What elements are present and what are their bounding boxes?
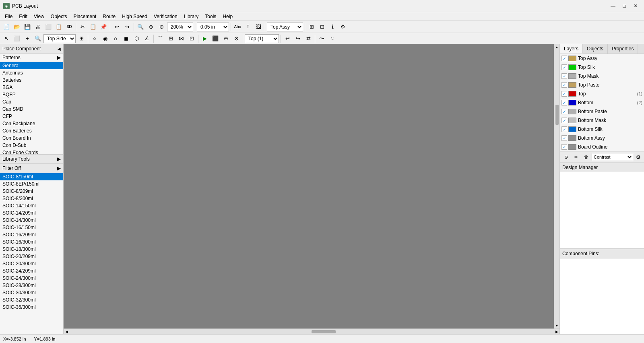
- layer-item-top-paste[interactable]: ✓ Top Paste: [560, 81, 644, 89]
- select-tool[interactable]: ↖: [2, 34, 11, 43]
- menu-route[interactable]: Route: [99, 12, 119, 21]
- layer-item-board-outline[interactable]: ✓ Board Outline: [560, 143, 644, 151]
- print-preview-button[interactable]: ⬜: [43, 22, 53, 32]
- panel-collapse-arrow[interactable]: ◀: [58, 47, 61, 51]
- image-button[interactable]: 🖼: [254, 22, 263, 32]
- layer-item-bottom-paste[interactable]: ✓ Bottom Paste: [560, 107, 644, 116]
- category-item-batteries[interactable]: Batteries: [0, 76, 63, 84]
- category-item-con-batteries[interactable]: Con Batteries: [0, 127, 63, 134]
- zoom-in-button[interactable]: ⊕: [146, 22, 156, 32]
- layer-check-top[interactable]: ✓: [561, 91, 567, 97]
- layer-item-top[interactable]: ✓ Top (1): [560, 89, 644, 98]
- category-item-cap[interactable]: Cap: [0, 98, 63, 105]
- run-tool[interactable]: ▶: [200, 34, 210, 43]
- bus-tool[interactable]: ⊡: [187, 34, 196, 43]
- scroll-up-arrow[interactable]: ▲: [554, 44, 560, 50]
- scroll-left-arrow[interactable]: ◀: [64, 329, 69, 335]
- comp-item-soic16-209[interactable]: SOIC-16/209ml: [0, 231, 63, 238]
- comp-item-soic8-300[interactable]: SOIC-8/300ml: [0, 195, 63, 202]
- signal-tool[interactable]: 〜: [317, 34, 326, 43]
- scrollbar-vertical[interactable]: ▲ ▼: [554, 44, 559, 329]
- drc-tool[interactable]: ⊕: [221, 34, 231, 43]
- cam-button[interactable]: ⚙: [338, 22, 348, 32]
- layer-item-top-silk[interactable]: ✓ Top Silk: [560, 63, 644, 72]
- layer-check-top-mask[interactable]: ✓: [561, 73, 567, 79]
- component-list[interactable]: SOIC-8/150ml SOIC-8EP/150ml SOIC-8/209ml…: [0, 173, 63, 334]
- zoom-value-button[interactable]: ⊙: [157, 22, 166, 32]
- category-item-con-board-in[interactable]: Con Board In: [0, 134, 63, 142]
- tab-objects[interactable]: Objects: [583, 44, 608, 54]
- inspect-tool[interactable]: 🔍: [33, 34, 43, 43]
- grid-tool[interactable]: ⊞: [166, 34, 175, 43]
- comp-item-soic24-300[interactable]: SOIC-24/300ml: [0, 275, 63, 282]
- tab-layers[interactable]: Layers: [560, 44, 583, 54]
- layers-settings-icon[interactable]: ⚙: [634, 153, 642, 161]
- layer-check-bottom[interactable]: ✓: [561, 100, 567, 105]
- diff-signal-tool[interactable]: ≈: [327, 34, 337, 43]
- menu-objects[interactable]: Objects: [47, 12, 70, 21]
- redo-route-button[interactable]: ↪: [293, 34, 303, 43]
- undo-button[interactable]: ↩: [112, 22, 122, 32]
- layer-item-top-mask[interactable]: ✓ Top Mask: [560, 72, 644, 81]
- fill-tool[interactable]: ◼: [121, 34, 131, 43]
- swap-button[interactable]: ⇄: [303, 34, 313, 43]
- menu-tools[interactable]: Tools: [202, 12, 219, 21]
- category-item-bqfp[interactable]: BQFP: [0, 91, 63, 98]
- tab-properties[interactable]: Properties: [608, 44, 638, 54]
- category-item-antennas[interactable]: Antennas: [0, 69, 63, 76]
- menu-file[interactable]: File: [2, 12, 16, 21]
- comp-item-soic8-150[interactable]: SOIC-8/150ml: [0, 173, 63, 180]
- undo-route-button[interactable]: ↩: [283, 34, 292, 43]
- comp-item-soic30-300[interactable]: SOIC-30/300ml: [0, 289, 63, 296]
- layer-check-board-outline[interactable]: ✓: [561, 144, 567, 150]
- layer-item-top-assy[interactable]: ✓ Top Assy: [560, 54, 644, 63]
- comp-item-soic28-300[interactable]: SOIC-28/300ml: [0, 282, 63, 289]
- category-item-cfp[interactable]: CFP: [0, 113, 63, 120]
- text-button[interactable]: T: [243, 22, 253, 32]
- scroll-down-arrow[interactable]: ▼: [554, 323, 560, 329]
- canvas-area[interactable]: ◀ ▶ ▲ ▼: [64, 44, 559, 334]
- comp-item-soic24-209[interactable]: SOIC-24/209ml: [0, 267, 63, 275]
- patterns-header[interactable]: Patterns ▶: [0, 54, 63, 62]
- add-tool[interactable]: +: [23, 34, 32, 43]
- redo-button[interactable]: ↪: [122, 22, 132, 32]
- zoom-dropdown[interactable]: 100% 200% 400% 50%: [167, 23, 193, 31]
- category-item-general[interactable]: General: [0, 62, 63, 69]
- line-tool[interactable]: ⌒: [155, 34, 165, 43]
- side-dropdown[interactable]: Top Side Bottom Side: [43, 34, 76, 43]
- netlist-button[interactable]: ⊡: [317, 22, 327, 32]
- design-rule-button[interactable]: ⊞: [307, 22, 316, 32]
- paste-button[interactable]: 📌: [99, 22, 108, 32]
- comp-item-soic36-300[interactable]: SOIC-36/300ml: [0, 304, 63, 311]
- menu-help[interactable]: Help: [219, 12, 236, 21]
- spacing-dropdown[interactable]: 0.05 in 0.01 in 0.1 in: [197, 23, 229, 31]
- maximize-button[interactable]: □: [619, 2, 630, 10]
- category-item-cap-smd[interactable]: Cap SMD: [0, 105, 63, 113]
- split-tool[interactable]: ∠: [142, 34, 152, 43]
- zoom-fit-button[interactable]: 🔍: [136, 22, 145, 32]
- select-rect-tool[interactable]: ⬜: [12, 34, 22, 43]
- comp-item-soic14-209[interactable]: SOIC-14/209ml: [0, 209, 63, 217]
- comp-item-soic14-150[interactable]: SOIC-14/150ml: [0, 202, 63, 209]
- open-button[interactable]: 📂: [12, 22, 22, 32]
- close-button[interactable]: ✕: [630, 2, 641, 10]
- category-list[interactable]: General Antennas Batteries BGA BQFP Cap …: [0, 62, 63, 155]
- layer-check-bottom-silk[interactable]: ✓: [561, 126, 567, 132]
- layer-check-top-silk[interactable]: ✓: [561, 64, 567, 70]
- contrast-select[interactable]: Contrast Wash Out Dim Normal: [592, 153, 633, 161]
- scroll-right-arrow[interactable]: ▶: [554, 329, 559, 335]
- component-info-button[interactable]: ℹ: [328, 22, 337, 32]
- copper-tool[interactable]: ⬡: [132, 34, 141, 43]
- layer-item-bottom-mask[interactable]: ✓ Bottom Mask: [560, 116, 644, 125]
- mirror-tool[interactable]: ⊞: [76, 34, 86, 43]
- comp-item-soic16-300[interactable]: SOIC-16/300ml: [0, 238, 63, 246]
- category-item-con-edge-cards[interactable]: Con Edge Cards: [0, 149, 63, 155]
- menu-placement[interactable]: Placement: [70, 12, 100, 21]
- menu-verification[interactable]: Verification: [151, 12, 181, 21]
- abc-button[interactable]: Abc: [233, 22, 242, 32]
- layer-check-bottom-paste[interactable]: ✓: [561, 109, 567, 114]
- layer-item-bottom-silk[interactable]: ✓ Bottom Silk: [560, 125, 644, 134]
- layer-check-top-paste[interactable]: ✓: [561, 82, 567, 88]
- minimize-button[interactable]: —: [608, 2, 618, 10]
- layer-check-bottom-assy[interactable]: ✓: [561, 135, 567, 141]
